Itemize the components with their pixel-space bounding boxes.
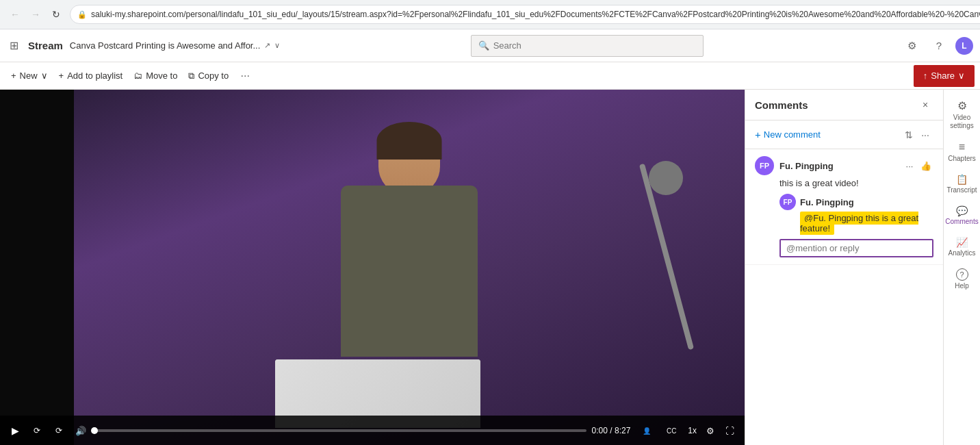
sidebar-item-analytics[interactable]: 📈 Analytics [947, 233, 977, 262]
comment-avatar: FP [755, 156, 774, 175]
sort-comments-button[interactable]: ⇅ [901, 127, 917, 143]
reply-item: FP Fu. Pingping @Fu. Pingping this is a … [779, 194, 933, 233]
share-chevron-icon: ∨ [958, 71, 965, 81]
app-help-button[interactable]: ? [928, 35, 950, 57]
add-playlist-button[interactable]: + Add to playlist [53, 65, 129, 87]
play-button[interactable]: ▶ [7, 422, 23, 439]
move-to-button[interactable]: 🗂 Move to [128, 65, 183, 87]
quality-button[interactable]: ⚙ [702, 422, 719, 439]
comment-item: FP Fu. Pingping ··· 👍 this is a great vi… [745, 149, 943, 265]
nav-buttons: ← → ↻ [5, 5, 66, 24]
comment-author-name: Fu. Pingping [779, 161, 897, 171]
comment-text: this is a great video! [779, 178, 933, 188]
video-background [0, 90, 745, 445]
analytics-icon: 📈 [956, 237, 968, 248]
right-controls: 👤 CC 1x ⚙ ⛶ [636, 422, 738, 439]
comments-more-button[interactable]: ··· [917, 127, 933, 143]
comments-actions-bar: + New comment ⇅ ··· [745, 120, 943, 149]
captions-button[interactable]: 👤 [636, 422, 658, 439]
sidebar-item-chapters-label: Chapters [948, 155, 976, 163]
doc-title: Canva Postcard Printing is Awesome and A… [70, 40, 260, 51]
fast-forward-button[interactable]: ⟳ [51, 422, 67, 439]
new-comment-plus-icon: + [755, 129, 761, 140]
sidebar-item-chapters[interactable]: ≡ Chapters [947, 137, 977, 167]
new-button[interactable]: + New ∨ [5, 65, 53, 87]
video-area: ▶ ⟳ ⟳ 🔊 0:00 / 8:27 👤 CC 1x ⚙ ⛶ [0, 90, 745, 445]
help-icon: ? [956, 268, 968, 281]
sidebar-item-analytics-label: Analytics [949, 249, 976, 257]
chapters-icon: ≡ [959, 141, 965, 153]
doc-title-container: Canva Postcard Printing is Awesome and A… [70, 40, 280, 51]
new-plus-icon: + [11, 71, 16, 81]
app-bar-actions: ⚙ ? L [901, 35, 973, 57]
comments-header: Comments × [745, 90, 943, 120]
reply-author-name: Fu. Pingping [800, 197, 854, 207]
comments-close-button[interactable]: × [917, 97, 933, 113]
sidebar-item-comments[interactable]: 💬 Comments [947, 201, 977, 230]
search-input[interactable] [493, 40, 696, 51]
share-icon-small[interactable]: ↗ [264, 41, 270, 50]
action-bar: + New ∨ + Add to playlist 🗂 Move to ⧉ Co… [0, 62, 980, 90]
forward-button[interactable]: → [26, 5, 45, 24]
time-display: 0:00 / 8:27 [592, 426, 631, 435]
sidebar-item-transcript[interactable]: 📋 Transcript [947, 170, 977, 199]
reply-input-container [779, 239, 933, 257]
sidebar-item-help-label: Help [955, 282, 969, 290]
person-shape [320, 125, 498, 358]
microphone-arm [553, 161, 690, 380]
sidebar-item-transcript-label: Transcript [946, 186, 977, 194]
comments-icon: 💬 [956, 205, 968, 216]
reply-author-row: FP Fu. Pingping [779, 194, 933, 210]
comments-panel: Comments × + New comment ⇅ ··· FP Fu. Pi… [745, 90, 943, 445]
search-icon: 🔍 [478, 40, 489, 51]
address-bar[interactable]: 🔒 saluki-my.sharepoint.com/personal/lind… [70, 5, 980, 24]
new-chevron-icon: ∨ [41, 71, 48, 81]
progress-dot [91, 427, 98, 434]
rewind-button[interactable]: ⟳ [29, 422, 45, 439]
reply-avatar: FP [779, 194, 796, 210]
sidebar-item-help[interactable]: ? Help [947, 264, 977, 294]
app-bar: ⊞ Stream Canva Postcard Printing is Awes… [0, 29, 980, 62]
volume-button[interactable]: 🔊 [73, 422, 89, 439]
transcript-icon: 📋 [956, 174, 968, 185]
new-comment-button[interactable]: + New comment [755, 126, 821, 143]
video-left-panel [0, 90, 74, 445]
fullscreen-button[interactable]: ⛶ [721, 422, 738, 439]
back-button[interactable]: ← [5, 5, 25, 24]
speed-button[interactable]: 1x [685, 424, 699, 437]
video-controls: ▶ ⟳ ⟳ 🔊 0:00 / 8:27 👤 CC 1x ⚙ ⛶ [0, 416, 745, 445]
browser-toolbar: ← → ↻ 🔒 saluki-my.sharepoint.com/persona… [0, 0, 980, 29]
reload-button[interactable]: ↻ [47, 5, 66, 24]
copy-to-icon: ⧉ [188, 71, 194, 81]
right-sidebar: ⚙ Video settings ≡ Chapters 📋 Transcript… [943, 90, 980, 445]
video-scene [74, 90, 745, 445]
app-name: Stream [28, 40, 63, 51]
copy-to-button[interactable]: ⧉ Copy to [183, 65, 234, 87]
comment-more-button[interactable]: ··· [902, 158, 917, 173]
video-player[interactable]: ▶ ⟳ ⟳ 🔊 0:00 / 8:27 👤 CC 1x ⚙ ⛶ [0, 90, 745, 445]
like-button[interactable]: 👍 [918, 158, 933, 173]
comment-actions: ··· 👍 [902, 158, 933, 173]
sidebar-item-comments-label: Comments [945, 218, 978, 226]
search-box[interactable]: 🔍 [471, 35, 704, 57]
address-text: saluki-my.sharepoint.com/personal/lindaf… [91, 10, 980, 19]
chevron-down-icon[interactable]: ∨ [274, 41, 280, 50]
progress-bar[interactable] [94, 429, 586, 432]
sidebar-item-video-settings[interactable]: ⚙ Video settings [947, 95, 977, 134]
share-button[interactable]: ↑ Share ∨ [914, 65, 975, 87]
lock-icon: 🔒 [77, 10, 87, 19]
app-grid-icon[interactable]: ⊞ [7, 36, 21, 55]
reply-highlight-text: @Fu. Pingping this is a great feature! [800, 212, 918, 235]
browser-chrome: ← → ↻ 🔒 saluki-my.sharepoint.com/persona… [0, 0, 980, 29]
share-icon: ↑ [923, 71, 928, 81]
app-profile-avatar[interactable]: L [955, 37, 973, 55]
closed-caption-button[interactable]: CC [660, 422, 682, 439]
app-settings-button[interactable]: ⚙ [901, 35, 923, 57]
move-to-icon: 🗂 [133, 71, 142, 81]
more-actions-button[interactable]: ··· [234, 65, 256, 87]
add-playlist-plus-icon: + [59, 71, 64, 81]
reply-text-container: @Fu. Pingping this is a great feature! [800, 213, 933, 233]
comments-title: Comments [755, 99, 917, 111]
reply-input[interactable] [786, 243, 927, 253]
video-settings-icon: ⚙ [957, 99, 967, 112]
